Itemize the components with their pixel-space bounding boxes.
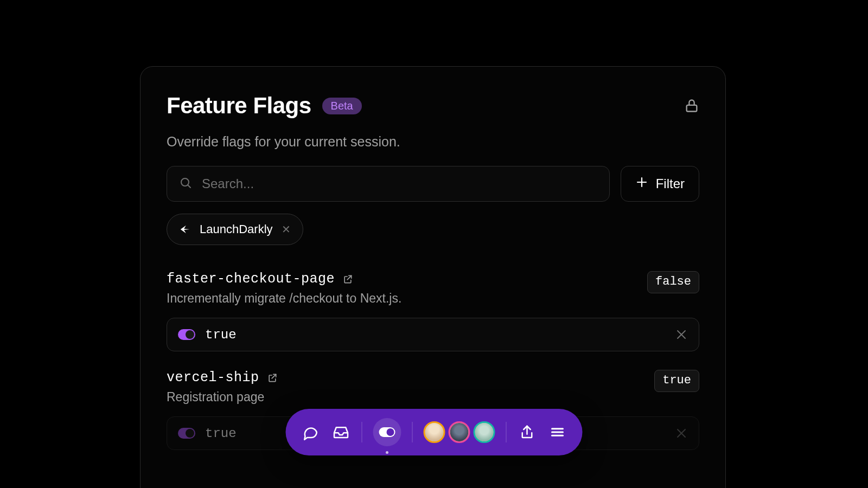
flag-override-select[interactable]: true xyxy=(167,318,699,351)
toggle-on-icon xyxy=(178,428,195,439)
toolbar-separator xyxy=(362,422,362,442)
flag-override-value: true xyxy=(205,328,665,342)
flag-name: faster-checkout-page xyxy=(167,271,335,287)
avatar[interactable] xyxy=(424,421,445,443)
svg-line-2 xyxy=(188,185,190,188)
collaborator-avatars xyxy=(424,421,495,443)
svg-rect-0 xyxy=(687,105,697,112)
feature-flags-toggle-button[interactable] xyxy=(373,418,401,446)
external-link-icon[interactable] xyxy=(267,373,278,383)
page-subtitle: Override flags for your current session. xyxy=(167,134,699,150)
lock-icon[interactable] xyxy=(684,98,699,113)
clear-override-button[interactable] xyxy=(675,328,688,341)
toggle-icon xyxy=(379,427,395,437)
active-indicator-dot xyxy=(386,451,388,454)
flag-name: vercel-ship xyxy=(167,370,259,386)
toolbar-separator xyxy=(412,422,413,442)
filter-label: Filter xyxy=(656,176,685,191)
share-button[interactable] xyxy=(518,422,537,442)
beta-badge: Beta xyxy=(322,98,362,114)
search-input[interactable] xyxy=(201,176,597,192)
avatar[interactable] xyxy=(449,421,470,443)
comment-button[interactable] xyxy=(301,422,321,442)
inbox-button[interactable] xyxy=(331,422,351,442)
search-box[interactable] xyxy=(167,166,610,202)
flag-description: Incrementally migrate /checkout to Next.… xyxy=(167,291,647,306)
flag-current-value: false xyxy=(647,271,699,293)
launchdarkly-icon xyxy=(179,223,191,235)
filter-chip-launchdarkly[interactable]: LaunchDarkly ✕ xyxy=(167,214,303,245)
flag-item: faster-checkout-page Incrementally migra… xyxy=(167,271,699,351)
filter-chip-label: LaunchDarkly xyxy=(200,222,273,236)
toggle-on-icon xyxy=(178,329,195,340)
page-title: Feature Flags xyxy=(167,93,311,119)
panel-header: Feature Flags Beta xyxy=(167,93,699,119)
search-icon xyxy=(179,176,192,191)
flag-current-value: true xyxy=(654,370,699,392)
avatar[interactable] xyxy=(474,421,495,443)
floating-toolbar xyxy=(286,409,583,455)
filter-button[interactable]: Filter xyxy=(621,166,699,202)
plus-icon xyxy=(635,176,648,192)
external-link-icon[interactable] xyxy=(342,274,353,285)
menu-button[interactable] xyxy=(548,422,567,442)
flag-description: Registration page xyxy=(167,390,654,404)
chip-remove-button[interactable]: ✕ xyxy=(282,224,291,235)
toolbar-separator xyxy=(506,422,507,442)
clear-override-button[interactable] xyxy=(675,427,688,440)
applied-filters: LaunchDarkly ✕ xyxy=(167,214,699,245)
